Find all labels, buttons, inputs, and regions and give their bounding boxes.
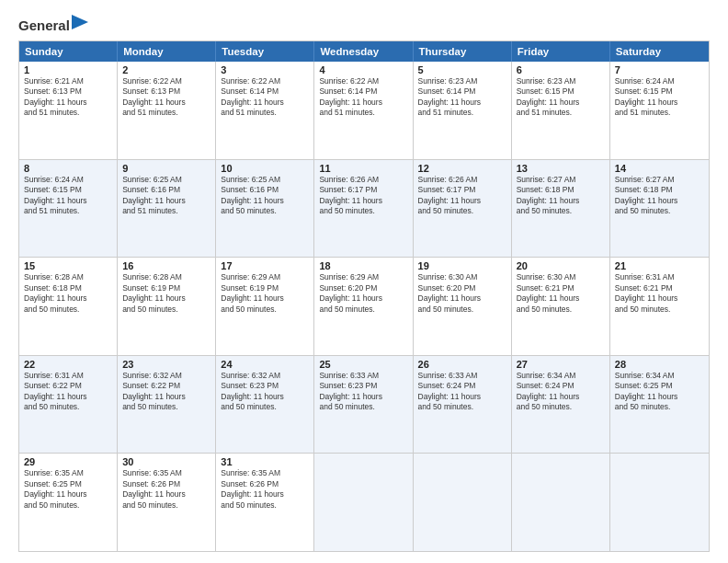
day-number: 10 xyxy=(221,163,309,174)
calendar-cell: 19Sunrise: 6:30 AM Sunset: 6:20 PM Dayli… xyxy=(414,258,512,355)
weekday-header: Friday xyxy=(512,41,610,62)
calendar-cell: 18Sunrise: 6:29 AM Sunset: 6:20 PM Dayli… xyxy=(314,258,413,355)
weekday-header: Tuesday xyxy=(216,41,314,62)
day-number: 14 xyxy=(615,163,704,174)
day-number: 22 xyxy=(24,359,112,370)
day-info: Sunrise: 6:27 AM Sunset: 6:18 PM Dayligh… xyxy=(517,175,605,217)
calendar-cell: 5Sunrise: 6:23 AM Sunset: 6:14 PM Daylig… xyxy=(414,62,512,159)
page: General SundayMondayTuesdayWednesdayThur… xyxy=(0,0,728,563)
calendar-cell: 16Sunrise: 6:28 AM Sunset: 6:19 PM Dayli… xyxy=(118,258,216,355)
day-info: Sunrise: 6:29 AM Sunset: 6:20 PM Dayligh… xyxy=(319,272,407,315)
day-info: Sunrise: 6:35 AM Sunset: 6:26 PM Dayligh… xyxy=(221,468,309,511)
day-info: Sunrise: 6:24 AM Sunset: 6:15 PM Dayligh… xyxy=(615,76,704,119)
calendar-cell: 12Sunrise: 6:26 AM Sunset: 6:17 PM Dayli… xyxy=(414,160,512,258)
weekday-header: Saturday xyxy=(610,41,709,62)
day-info: Sunrise: 6:32 AM Sunset: 6:23 PM Dayligh… xyxy=(221,371,309,413)
day-number: 4 xyxy=(319,64,407,75)
day-info: Sunrise: 6:23 AM Sunset: 6:14 PM Dayligh… xyxy=(418,76,506,119)
empty-cell xyxy=(512,454,610,551)
calendar-cell: 9Sunrise: 6:25 AM Sunset: 6:16 PM Daylig… xyxy=(118,160,216,258)
calendar-cell: 23Sunrise: 6:32 AM Sunset: 6:22 PM Dayli… xyxy=(118,356,216,454)
weekday-header: Thursday xyxy=(414,41,512,62)
calendar-body: 1Sunrise: 6:21 AM Sunset: 6:13 PM Daylig… xyxy=(19,62,709,551)
day-info: Sunrise: 6:22 AM Sunset: 6:13 PM Dayligh… xyxy=(122,76,210,119)
day-info: Sunrise: 6:28 AM Sunset: 6:19 PM Dayligh… xyxy=(122,272,210,315)
weekday-header: Sunday xyxy=(19,41,118,62)
calendar-cell: 11Sunrise: 6:26 AM Sunset: 6:17 PM Dayli… xyxy=(314,160,413,258)
day-info: Sunrise: 6:33 AM Sunset: 6:23 PM Dayligh… xyxy=(319,371,407,413)
day-number: 8 xyxy=(24,163,112,174)
day-info: Sunrise: 6:34 AM Sunset: 6:25 PM Dayligh… xyxy=(615,371,704,413)
day-number: 25 xyxy=(319,359,407,370)
day-info: Sunrise: 6:22 AM Sunset: 6:14 PM Dayligh… xyxy=(319,76,407,119)
calendar-cell: 30Sunrise: 6:35 AM Sunset: 6:26 PM Dayli… xyxy=(118,454,216,551)
day-info: Sunrise: 6:22 AM Sunset: 6:14 PM Dayligh… xyxy=(221,76,309,119)
calendar-cell: 31Sunrise: 6:35 AM Sunset: 6:26 PM Dayli… xyxy=(216,454,314,551)
empty-cell xyxy=(314,454,413,551)
day-number: 7 xyxy=(615,64,704,75)
day-info: Sunrise: 6:26 AM Sunset: 6:17 PM Dayligh… xyxy=(319,175,407,217)
day-info: Sunrise: 6:32 AM Sunset: 6:22 PM Dayligh… xyxy=(122,371,210,413)
day-number: 21 xyxy=(615,260,704,271)
calendar-row: 29Sunrise: 6:35 AM Sunset: 6:25 PM Dayli… xyxy=(19,453,709,551)
day-number: 20 xyxy=(517,260,605,271)
calendar-cell: 17Sunrise: 6:29 AM Sunset: 6:19 PM Dayli… xyxy=(216,258,314,355)
calendar: SundayMondayTuesdayWednesdayThursdayFrid… xyxy=(18,40,710,552)
day-info: Sunrise: 6:27 AM Sunset: 6:18 PM Dayligh… xyxy=(615,175,704,217)
calendar-cell: 25Sunrise: 6:33 AM Sunset: 6:23 PM Dayli… xyxy=(314,356,413,454)
day-number: 9 xyxy=(122,163,210,174)
day-info: Sunrise: 6:24 AM Sunset: 6:15 PM Dayligh… xyxy=(24,175,112,217)
calendar-row: 15Sunrise: 6:28 AM Sunset: 6:18 PM Dayli… xyxy=(19,257,709,355)
day-number: 13 xyxy=(517,163,605,174)
calendar-cell: 2Sunrise: 6:22 AM Sunset: 6:13 PM Daylig… xyxy=(118,62,216,159)
calendar-cell: 21Sunrise: 6:31 AM Sunset: 6:21 PM Dayli… xyxy=(610,258,709,355)
day-number: 5 xyxy=(418,64,506,75)
calendar-cell: 4Sunrise: 6:22 AM Sunset: 6:14 PM Daylig… xyxy=(314,62,413,159)
weekday-header: Monday xyxy=(118,41,216,62)
header: General xyxy=(18,17,710,31)
day-info: Sunrise: 6:30 AM Sunset: 6:20 PM Dayligh… xyxy=(418,272,506,315)
day-number: 1 xyxy=(24,64,112,75)
day-number: 2 xyxy=(122,64,210,75)
calendar-cell: 28Sunrise: 6:34 AM Sunset: 6:25 PM Dayli… xyxy=(610,356,709,454)
day-number: 6 xyxy=(517,64,605,75)
day-number: 17 xyxy=(221,260,309,271)
calendar-cell: 3Sunrise: 6:22 AM Sunset: 6:14 PM Daylig… xyxy=(216,62,314,159)
calendar-cell: 13Sunrise: 6:27 AM Sunset: 6:18 PM Dayli… xyxy=(512,160,610,258)
calendar-cell: 15Sunrise: 6:28 AM Sunset: 6:18 PM Dayli… xyxy=(19,258,118,355)
day-info: Sunrise: 6:28 AM Sunset: 6:18 PM Dayligh… xyxy=(24,272,112,315)
logo-icon xyxy=(72,15,88,33)
day-info: Sunrise: 6:35 AM Sunset: 6:25 PM Dayligh… xyxy=(24,468,112,511)
day-number: 31 xyxy=(221,456,309,467)
calendar-cell: 6Sunrise: 6:23 AM Sunset: 6:15 PM Daylig… xyxy=(512,62,610,159)
calendar-row: 22Sunrise: 6:31 AM Sunset: 6:22 PM Dayli… xyxy=(19,355,709,454)
day-info: Sunrise: 6:35 AM Sunset: 6:26 PM Dayligh… xyxy=(122,468,210,511)
calendar-cell: 8Sunrise: 6:24 AM Sunset: 6:15 PM Daylig… xyxy=(19,160,118,258)
calendar-cell: 24Sunrise: 6:32 AM Sunset: 6:23 PM Dayli… xyxy=(216,356,314,454)
day-info: Sunrise: 6:25 AM Sunset: 6:16 PM Dayligh… xyxy=(221,175,309,217)
day-info: Sunrise: 6:31 AM Sunset: 6:22 PM Dayligh… xyxy=(24,371,112,413)
day-info: Sunrise: 6:34 AM Sunset: 6:24 PM Dayligh… xyxy=(517,371,605,413)
day-info: Sunrise: 6:25 AM Sunset: 6:16 PM Dayligh… xyxy=(122,175,210,217)
calendar-cell: 26Sunrise: 6:33 AM Sunset: 6:24 PM Dayli… xyxy=(414,356,512,454)
day-info: Sunrise: 6:26 AM Sunset: 6:17 PM Dayligh… xyxy=(418,175,506,217)
day-info: Sunrise: 6:31 AM Sunset: 6:21 PM Dayligh… xyxy=(615,272,704,315)
calendar-row: 1Sunrise: 6:21 AM Sunset: 6:13 PM Daylig… xyxy=(19,62,709,159)
day-number: 24 xyxy=(221,359,309,370)
day-number: 3 xyxy=(221,64,309,75)
day-number: 11 xyxy=(319,163,407,174)
calendar-cell: 1Sunrise: 6:21 AM Sunset: 6:13 PM Daylig… xyxy=(19,62,118,159)
logo: General xyxy=(18,17,88,31)
calendar-cell: 27Sunrise: 6:34 AM Sunset: 6:24 PM Dayli… xyxy=(512,356,610,454)
day-number: 28 xyxy=(615,359,704,370)
day-number: 19 xyxy=(418,260,506,271)
day-number: 30 xyxy=(122,456,210,467)
calendar-cell: 10Sunrise: 6:25 AM Sunset: 6:16 PM Dayli… xyxy=(216,160,314,258)
calendar-cell: 22Sunrise: 6:31 AM Sunset: 6:22 PM Dayli… xyxy=(19,356,118,454)
day-number: 15 xyxy=(24,260,112,271)
day-info: Sunrise: 6:33 AM Sunset: 6:24 PM Dayligh… xyxy=(418,371,506,413)
day-info: Sunrise: 6:23 AM Sunset: 6:15 PM Dayligh… xyxy=(517,76,605,119)
day-info: Sunrise: 6:30 AM Sunset: 6:21 PM Dayligh… xyxy=(517,272,605,315)
day-info: Sunrise: 6:21 AM Sunset: 6:13 PM Dayligh… xyxy=(24,76,112,119)
day-number: 12 xyxy=(418,163,506,174)
